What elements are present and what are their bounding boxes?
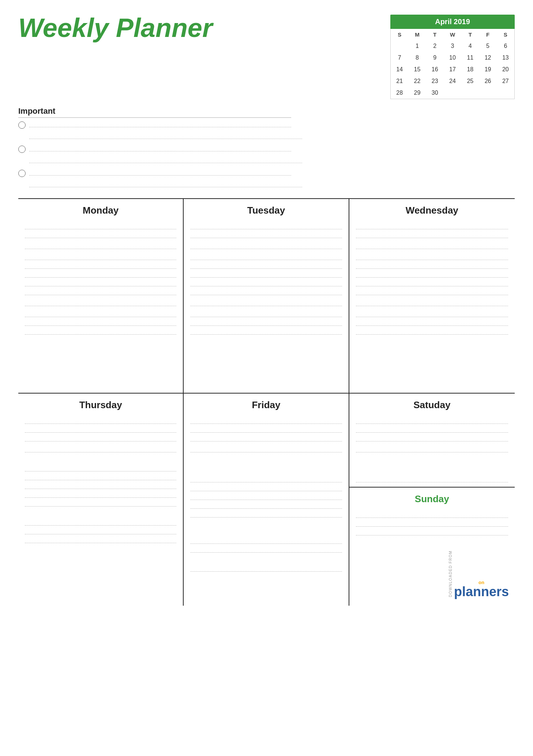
tuesday-line-10[interactable] — [190, 309, 342, 317]
cal-date-24: 24 — [444, 75, 461, 87]
friday-line-5[interactable] — [190, 474, 342, 482]
tuesday-line-7[interactable] — [190, 278, 342, 286]
cal-date-3: 3 — [444, 40, 461, 52]
cal-empty3 — [461, 87, 479, 99]
saturday-line-5[interactable] — [356, 474, 508, 482]
cal-date-25: 25 — [461, 75, 479, 87]
wednesday-label: Wednesday — [356, 205, 508, 216]
tuesday-line-4[interactable] — [190, 252, 342, 260]
monday-line-1[interactable] — [25, 221, 176, 229]
checkbox-circle-2[interactable] — [18, 146, 26, 153]
wednesday-line-2[interactable] — [356, 230, 508, 238]
friday-line-7[interactable] — [190, 492, 342, 500]
checkbox-circle-1[interactable] — [18, 121, 26, 129]
thursday-col: Thursday — [18, 394, 184, 606]
cal-date-27: 27 — [497, 75, 514, 87]
friday-line-10[interactable] — [190, 536, 342, 544]
tuesday-line-9[interactable] — [190, 298, 342, 306]
friday-line-4[interactable] — [190, 444, 342, 452]
thursday-line-4[interactable] — [25, 444, 176, 452]
wednesday-line-7[interactable] — [356, 278, 508, 286]
wednesday-line-3[interactable] — [356, 241, 508, 249]
cal-date-17: 17 — [444, 64, 461, 75]
cal-date-23: 23 — [426, 75, 444, 87]
saturday-line-4[interactable] — [356, 444, 508, 452]
sunday-label: Sunday — [356, 493, 508, 505]
wednesday-line-1[interactable] — [356, 221, 508, 229]
saturday-line-2[interactable] — [356, 425, 508, 433]
watermark-planners: planners — [454, 585, 509, 598]
cal-date-12: 12 — [479, 52, 496, 64]
saturday-line-1[interactable] — [356, 416, 508, 424]
friday-line-8[interactable] — [190, 501, 342, 509]
tuesday-line-2[interactable] — [190, 230, 342, 238]
cal-date-10: 10 — [444, 52, 461, 64]
wednesday-line-11[interactable] — [356, 318, 508, 326]
friday-line-9[interactable] — [190, 509, 342, 518]
wednesday-line-5[interactable] — [356, 261, 508, 269]
important-section: Important — [18, 106, 291, 187]
cal-date-4: 4 — [461, 40, 479, 52]
thursday-line-6[interactable] — [25, 472, 176, 480]
friday-line-1[interactable] — [190, 416, 342, 424]
thursday-label: Thursday — [25, 399, 176, 411]
thursday-line-2[interactable] — [25, 425, 176, 433]
tuesday-line-5[interactable] — [190, 261, 342, 269]
cal-empty4 — [479, 87, 496, 99]
tuesday-line-8[interactable] — [190, 287, 342, 295]
thursday-line-8[interactable] — [25, 490, 176, 498]
friday-line-2[interactable] — [190, 425, 342, 433]
cal-date-20: 20 — [497, 64, 514, 75]
tuesday-label: Tuesday — [190, 205, 342, 216]
thursday-line-5[interactable] — [25, 463, 176, 471]
monday-line-4[interactable] — [25, 252, 176, 260]
monday-line-12[interactable] — [25, 327, 176, 335]
tuesday-line-3[interactable] — [190, 241, 342, 249]
sunday-line-3[interactable] — [356, 527, 508, 535]
monday-line-7[interactable] — [25, 278, 176, 286]
cal-date-28: 28 — [391, 87, 408, 99]
friday-line-3[interactable] — [190, 433, 342, 441]
monday-line-9[interactable] — [25, 298, 176, 306]
important-item-1 — [18, 121, 291, 129]
mini-calendar: April 2019 S M T W T F S 1 2 3 4 5 6 7 8… — [390, 15, 515, 99]
monday-line-11[interactable] — [25, 318, 176, 326]
important-row-1 — [18, 121, 291, 139]
monday-line-8[interactable] — [25, 287, 176, 295]
thursday-line-1[interactable] — [25, 416, 176, 424]
saturday-area: Satuday — [349, 394, 515, 487]
write-line-important-2 — [29, 151, 291, 151]
monday-line-3[interactable] — [25, 241, 176, 249]
tuesday-line-11[interactable] — [190, 318, 342, 326]
thursday-line-9[interactable] — [25, 499, 176, 507]
sunday-line-2[interactable] — [356, 519, 508, 527]
friday-line-6[interactable] — [190, 483, 342, 491]
friday-line-12[interactable] — [190, 564, 342, 572]
cal-date-16: 16 — [426, 64, 444, 75]
wednesday-line-4[interactable] — [356, 252, 508, 260]
tuesday-line-1[interactable] — [190, 221, 342, 229]
thursday-line-3[interactable] — [25, 433, 176, 441]
wednesday-line-12[interactable] — [356, 327, 508, 335]
checkbox-circle-3[interactable] — [18, 170, 26, 177]
wednesday-line-9[interactable] — [356, 298, 508, 306]
wednesday-line-6[interactable] — [356, 270, 508, 278]
wednesday-line-8[interactable] — [356, 287, 508, 295]
wednesday-line-10[interactable] — [356, 309, 508, 317]
sunday-area: Sunday DOWNLOADED FROM on planners — [349, 488, 515, 606]
thursday-line-12[interactable] — [25, 535, 176, 543]
monday-line-2[interactable] — [25, 230, 176, 238]
friday-line-11[interactable] — [190, 545, 342, 553]
sunday-line-1[interactable] — [356, 510, 508, 518]
saturday-sunday-col: Satuday Sunday DOWNLOADED FROM on — [349, 394, 515, 606]
thursday-line-7[interactable] — [25, 481, 176, 489]
friday-col: Friday — [184, 394, 349, 606]
tuesday-line-12[interactable] — [190, 327, 342, 335]
monday-line-6[interactable] — [25, 270, 176, 278]
thursday-line-10[interactable] — [25, 518, 176, 526]
monday-line-5[interactable] — [25, 261, 176, 269]
saturday-line-3[interactable] — [356, 433, 508, 441]
tuesday-line-6[interactable] — [190, 270, 342, 278]
thursday-line-11[interactable] — [25, 526, 176, 534]
monday-line-10[interactable] — [25, 309, 176, 317]
